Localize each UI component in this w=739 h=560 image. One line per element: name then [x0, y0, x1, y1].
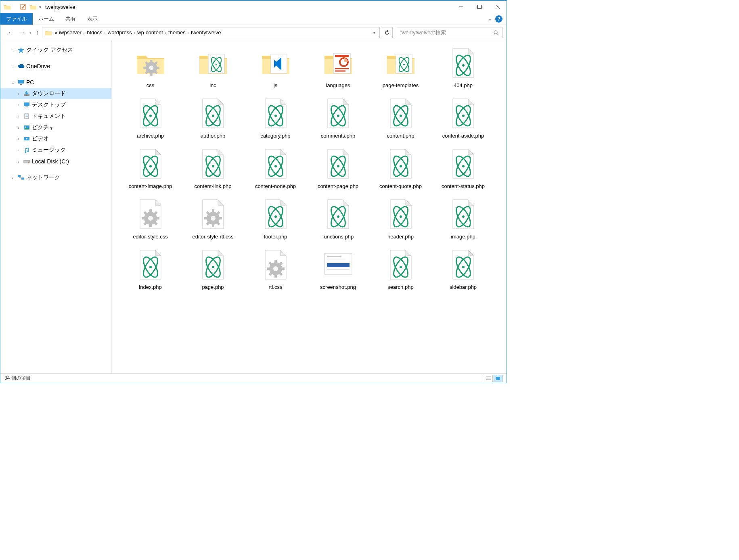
- breadcrumb-htdocs[interactable]: htdocs: [86, 29, 103, 36]
- file-item[interactable]: content-none.php: [244, 147, 307, 190]
- folder-item[interactable]: css: [119, 46, 182, 89]
- file-item[interactable]: author.php: [182, 96, 244, 140]
- svg-marker-20: [18, 47, 24, 53]
- tree-item[interactable]: ›ミュージック: [0, 144, 111, 156]
- ribbon-tab-view[interactable]: 表示: [82, 13, 103, 25]
- file-item[interactable]: index.php: [119, 248, 182, 291]
- breadcrumb-twentytwelve[interactable]: twentytwelve: [190, 29, 222, 36]
- tree-network[interactable]: › ネットワーク: [0, 172, 111, 183]
- help-icon[interactable]: ?: [495, 15, 502, 23]
- nav-forward-button[interactable]: →: [17, 28, 27, 38]
- file-item[interactable]: page.php: [182, 248, 244, 291]
- file-item[interactable]: content-image.php: [119, 147, 182, 190]
- view-details-button[interactable]: [484, 375, 493, 382]
- file-item[interactable]: search.php: [369, 248, 432, 291]
- tree-item[interactable]: ›ビデオ: [0, 133, 111, 144]
- file-item[interactable]: editor-style.css: [119, 197, 182, 240]
- file-item[interactable]: 404.php: [432, 46, 494, 89]
- ribbon-expand-icon[interactable]: ⌄: [488, 16, 492, 22]
- chevron-right-icon[interactable]: ›: [16, 148, 21, 153]
- tree-onedrive[interactable]: › OneDrive: [0, 61, 111, 72]
- file-item[interactable]: functions.php: [307, 197, 369, 240]
- tree-item[interactable]: ›ピクチャ: [0, 122, 111, 133]
- folder-item[interactable]: languages: [307, 46, 369, 89]
- maximize-button[interactable]: [470, 1, 488, 13]
- file-item[interactable]: image.php: [432, 197, 494, 240]
- file-item[interactable]: content.php: [369, 96, 432, 140]
- refresh-button[interactable]: [381, 27, 393, 38]
- file-name: page.php: [202, 284, 224, 291]
- nav-back-button[interactable]: ←: [6, 28, 16, 38]
- folder-item[interactable]: js: [244, 46, 307, 89]
- breadcrumb-overflow[interactable]: «: [54, 29, 58, 36]
- tree-quick-access[interactable]: › クイック アクセス: [0, 44, 111, 56]
- chevron-right-icon[interactable]: ›: [16, 125, 21, 130]
- chevron-right-icon[interactable]: ›: [10, 176, 16, 180]
- window-title: twentytwelve: [45, 4, 75, 10]
- ribbon-tab-home[interactable]: ホーム: [33, 13, 60, 25]
- ribbon-tab-file[interactable]: ファイル: [0, 13, 33, 25]
- tree-item[interactable]: ›ドキュメント: [0, 111, 111, 122]
- chevron-right-icon[interactable]: ›: [133, 31, 136, 35]
- qat-customize-icon[interactable]: ▾: [39, 5, 41, 9]
- close-button[interactable]: [488, 1, 507, 13]
- svg-rect-25: [25, 107, 28, 107]
- ribbon-tab-share[interactable]: 共有: [60, 13, 82, 25]
- file-item[interactable]: header.php: [369, 197, 432, 240]
- file-item[interactable]: content-page.php: [307, 147, 369, 190]
- chevron-right-icon[interactable]: ›: [164, 31, 167, 35]
- onedrive-icon: [17, 63, 25, 69]
- tree-item[interactable]: ›デスクトップ: [0, 99, 111, 111]
- search-box[interactable]: twentytwelveの検索: [397, 27, 502, 38]
- minimize-button[interactable]: [452, 1, 470, 13]
- chevron-right-icon[interactable]: ›: [16, 137, 21, 141]
- folder-item[interactable]: page-templates: [369, 46, 432, 89]
- file-name: js: [274, 82, 277, 89]
- qat-properties-icon[interactable]: [20, 4, 27, 10]
- file-icon: [259, 96, 293, 130]
- chevron-right-icon[interactable]: ›: [103, 31, 107, 35]
- file-item[interactable]: content-quote.php: [369, 147, 432, 190]
- chevron-right-icon[interactable]: ›: [16, 114, 21, 119]
- chevron-right-icon[interactable]: ›: [16, 103, 21, 107]
- file-list[interactable]: cssincjslanguagespage-templates404.phpar…: [112, 40, 507, 373]
- breadcrumb-iwpserver[interactable]: iwpserver: [58, 29, 82, 36]
- svg-rect-47: [327, 263, 350, 267]
- file-item[interactable]: archive.php: [119, 96, 182, 140]
- file-item[interactable]: rtl.css: [244, 248, 307, 291]
- file-item[interactable]: sidebar.php: [432, 248, 494, 291]
- file-name: comments.php: [321, 133, 355, 140]
- chevron-right-icon[interactable]: ›: [186, 31, 190, 35]
- tree-item[interactable]: ›Local Disk (C:): [0, 156, 111, 167]
- file-icon: [134, 96, 167, 130]
- view-large-icons-button[interactable]: [494, 375, 502, 382]
- file-item[interactable]: editor-style-rtl.css: [182, 197, 244, 240]
- file-item[interactable]: footer.php: [244, 197, 307, 240]
- nav-history-dropdown[interactable]: ▾: [29, 31, 32, 35]
- folder-item[interactable]: inc: [182, 46, 244, 89]
- file-item[interactable]: content-status.php: [432, 147, 494, 190]
- chevron-right-icon[interactable]: ›: [16, 159, 21, 164]
- nav-up-button[interactable]: ↑: [36, 29, 39, 36]
- address-bar[interactable]: « iwpserver›htdocs›wordpress›wp-content›…: [42, 27, 380, 38]
- tree-item[interactable]: ›ダウンロード: [0, 88, 111, 99]
- chevron-right-icon[interactable]: ›: [16, 92, 21, 96]
- breadcrumb-wp-content[interactable]: wp-content: [136, 29, 164, 36]
- file-name: content-link.php: [195, 183, 232, 190]
- file-item[interactable]: comments.php: [307, 96, 369, 140]
- file-item[interactable]: content-link.php: [182, 147, 244, 190]
- file-icon: [134, 248, 167, 282]
- file-item[interactable]: content-aside.php: [432, 96, 494, 140]
- chevron-right-icon[interactable]: ›: [10, 64, 16, 69]
- qat-newfolder-icon[interactable]: [29, 4, 37, 10]
- breadcrumb-themes[interactable]: themes: [167, 29, 186, 36]
- tree-pc[interactable]: ⌄ PC: [0, 77, 111, 88]
- file-item[interactable]: screenshot.png: [307, 248, 369, 291]
- chevron-right-icon[interactable]: ›: [10, 48, 16, 52]
- chevron-right-icon[interactable]: ›: [82, 31, 86, 35]
- file-item[interactable]: category.php: [244, 96, 307, 140]
- breadcrumb-wordpress[interactable]: wordpress: [107, 29, 133, 36]
- chevron-down-icon[interactable]: ⌄: [10, 80, 16, 85]
- address-dropdown-icon[interactable]: ▾: [371, 31, 378, 35]
- svg-point-18: [494, 31, 497, 34]
